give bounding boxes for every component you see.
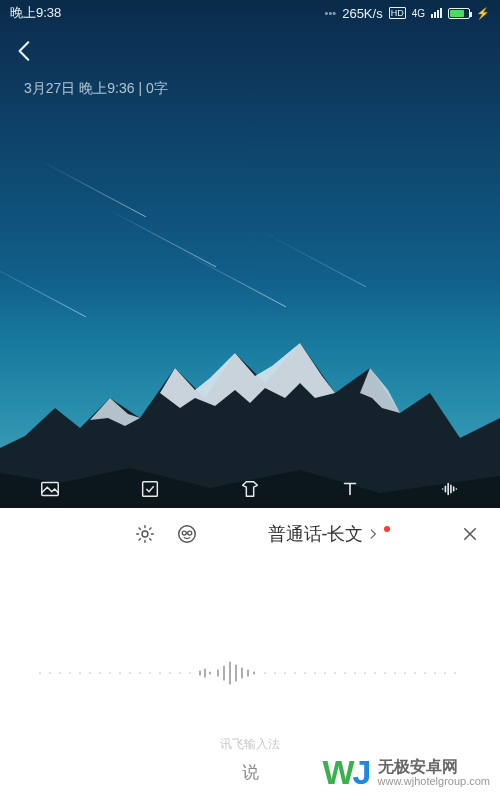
theme-icon [239, 478, 261, 500]
status-net-type: 4G [412, 8, 425, 19]
svg-point-4 [182, 531, 186, 535]
battery-icon [448, 8, 470, 19]
image-icon [39, 478, 61, 500]
notification-dot [384, 526, 390, 532]
ime-close-button[interactable] [456, 520, 484, 548]
decor-streak [110, 210, 216, 267]
status-net-speed: 265K/s [342, 6, 382, 21]
status-bar: 晚上9:38 ••• 265K/s HD 4G ⚡ [0, 0, 500, 26]
ime-settings-button[interactable] [131, 520, 159, 548]
note-meta: 3月27日 晚上9:36 | 0字 [24, 80, 168, 98]
svg-point-5 [188, 531, 192, 535]
note-background [0, 0, 500, 508]
note-toolbar [0, 470, 500, 508]
svg-point-2 [142, 531, 148, 537]
decor-streak [40, 160, 146, 217]
watermark-logo-icon: WJ [322, 753, 369, 792]
ime-top-bar: 普通话-长文 [0, 508, 500, 560]
text-style-icon [339, 478, 361, 500]
watermark: WJ 无极安卓网 www.wjhotelgroup.com [318, 751, 494, 794]
checklist-button[interactable] [139, 478, 161, 500]
text-style-button[interactable] [339, 478, 361, 500]
chevron-left-icon [12, 38, 38, 64]
emoji-glasses-icon [176, 523, 198, 545]
insert-image-button[interactable] [39, 478, 61, 500]
back-button[interactable] [12, 38, 42, 68]
theme-button[interactable] [239, 478, 261, 500]
watermark-title: 无极安卓网 [378, 758, 491, 776]
ime-language-label: 普通话-长文 [268, 522, 364, 546]
signal-icon [431, 8, 442, 18]
voice-input-button[interactable] [439, 478, 461, 500]
ime-emoji-button[interactable] [173, 520, 201, 548]
ime-language-selector[interactable]: 普通话-长文 [268, 522, 390, 546]
checklist-icon [139, 478, 161, 500]
status-right: ••• 265K/s HD 4G ⚡ [325, 6, 490, 21]
svg-point-3 [179, 526, 196, 543]
volte-icon: HD [389, 7, 406, 19]
gear-icon [134, 523, 156, 545]
charging-icon: ⚡ [476, 7, 490, 20]
phone-screen: 晚上9:38 ••• 265K/s HD 4G ⚡ 3月27日 晚上9:36 |… [0, 0, 500, 798]
chevron-right-icon [366, 527, 380, 541]
close-icon [461, 525, 479, 543]
status-time: 晚上9:38 [10, 4, 61, 22]
voice-wave-icon [439, 478, 461, 500]
svg-rect-1 [143, 482, 158, 497]
ime-waveform [0, 648, 500, 698]
decor-streak [260, 230, 366, 287]
watermark-url: www.wjhotelgroup.com [378, 775, 491, 787]
